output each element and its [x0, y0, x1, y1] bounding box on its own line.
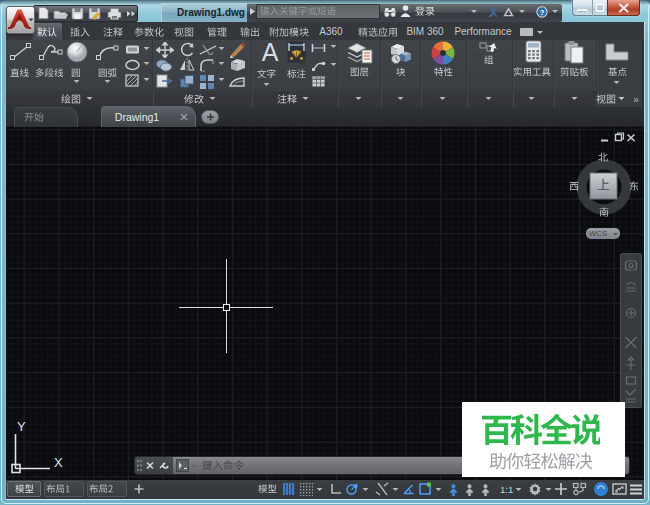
svg-text:X: X	[54, 455, 63, 470]
svg-text:Y: Y	[17, 419, 26, 434]
svg-text:?: ?	[540, 8, 545, 17]
